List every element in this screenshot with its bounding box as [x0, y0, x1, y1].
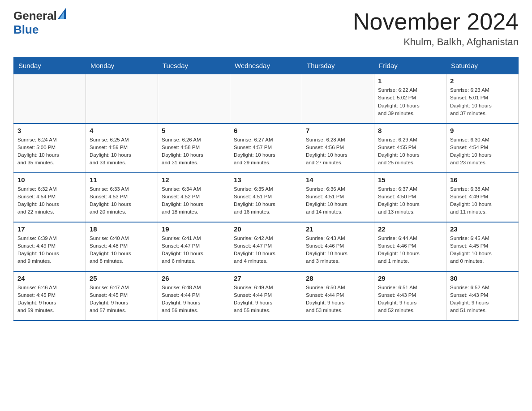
- calendar-cell: 8Sunrise: 6:29 AM Sunset: 4:55 PM Daylig…: [374, 124, 446, 173]
- calendar-cell: 5Sunrise: 6:26 AM Sunset: 4:58 PM Daylig…: [158, 124, 230, 173]
- day-info: Sunrise: 6:38 AM Sunset: 4:49 PM Dayligh…: [450, 185, 515, 216]
- logo: General Blue: [13, 9, 68, 37]
- day-number: 28: [306, 274, 370, 282]
- calendar-cell: 25Sunrise: 6:47 AM Sunset: 4:45 PM Dayli…: [86, 271, 158, 321]
- calendar-cell: [230, 74, 302, 124]
- day-info: Sunrise: 6:45 AM Sunset: 4:45 PM Dayligh…: [450, 235, 515, 265]
- calendar-cell: 4Sunrise: 6:25 AM Sunset: 4:59 PM Daylig…: [86, 124, 158, 173]
- day-number: 3: [17, 127, 82, 134]
- calendar-cell: 19Sunrise: 6:41 AM Sunset: 4:47 PM Dayli…: [158, 222, 230, 271]
- day-info: Sunrise: 6:52 AM Sunset: 4:43 PM Dayligh…: [450, 284, 515, 315]
- day-number: 18: [90, 225, 154, 233]
- day-info: Sunrise: 6:23 AM Sunset: 5:01 PM Dayligh…: [450, 86, 515, 117]
- day-of-week-header: Saturday: [446, 57, 519, 74]
- day-number: 14: [306, 176, 370, 184]
- logo-general-text: General: [13, 9, 57, 22]
- day-number: 20: [234, 225, 298, 233]
- day-info: Sunrise: 6:47 AM Sunset: 4:45 PM Dayligh…: [90, 284, 154, 315]
- day-info: Sunrise: 6:30 AM Sunset: 4:54 PM Dayligh…: [450, 136, 515, 167]
- day-number: 6: [234, 127, 298, 134]
- day-number: 16: [450, 176, 515, 184]
- day-number: 23: [450, 225, 515, 233]
- day-of-week-header: Sunday: [14, 57, 86, 74]
- day-info: Sunrise: 6:36 AM Sunset: 4:51 PM Dayligh…: [306, 185, 370, 216]
- day-number: 1: [378, 77, 442, 85]
- calendar-cell: 11Sunrise: 6:33 AM Sunset: 4:53 PM Dayli…: [86, 173, 158, 222]
- calendar-cell: 12Sunrise: 6:34 AM Sunset: 4:52 PM Dayli…: [158, 173, 230, 222]
- logo-blue-text: Blue: [13, 23, 39, 36]
- day-of-week-header: Tuesday: [158, 57, 230, 74]
- calendar-cell: 3Sunrise: 6:24 AM Sunset: 5:00 PM Daylig…: [14, 124, 86, 173]
- day-info: Sunrise: 6:35 AM Sunset: 4:51 PM Dayligh…: [234, 185, 298, 216]
- day-info: Sunrise: 6:51 AM Sunset: 4:43 PM Dayligh…: [378, 284, 442, 315]
- calendar-cell: 7Sunrise: 6:28 AM Sunset: 4:56 PM Daylig…: [302, 124, 374, 173]
- day-number: 7: [306, 127, 370, 134]
- day-info: Sunrise: 6:24 AM Sunset: 5:00 PM Dayligh…: [17, 136, 82, 167]
- day-number: 9: [450, 127, 515, 134]
- day-number: 26: [162, 274, 226, 282]
- day-number: 12: [162, 176, 226, 184]
- day-info: Sunrise: 6:40 AM Sunset: 4:48 PM Dayligh…: [90, 235, 154, 265]
- calendar-cell: 22Sunrise: 6:44 AM Sunset: 4:46 PM Dayli…: [374, 222, 446, 271]
- calendar-cell: 6Sunrise: 6:27 AM Sunset: 4:57 PM Daylig…: [230, 124, 302, 173]
- day-info: Sunrise: 6:37 AM Sunset: 4:50 PM Dayligh…: [378, 185, 442, 216]
- calendar-week-row: 24Sunrise: 6:46 AM Sunset: 4:45 PM Dayli…: [14, 271, 519, 321]
- calendar-week-row: 10Sunrise: 6:32 AM Sunset: 4:54 PM Dayli…: [14, 173, 519, 222]
- day-info: Sunrise: 6:46 AM Sunset: 4:45 PM Dayligh…: [17, 284, 82, 315]
- calendar-cell: 13Sunrise: 6:35 AM Sunset: 4:51 PM Dayli…: [230, 173, 302, 222]
- day-number: 25: [90, 274, 154, 282]
- calendar-cell: 10Sunrise: 6:32 AM Sunset: 4:54 PM Dayli…: [14, 173, 86, 222]
- day-number: 24: [17, 274, 82, 282]
- day-info: Sunrise: 6:22 AM Sunset: 5:02 PM Dayligh…: [378, 86, 442, 117]
- calendar-cell: 17Sunrise: 6:39 AM Sunset: 4:49 PM Dayli…: [14, 222, 86, 271]
- calendar-week-row: 3Sunrise: 6:24 AM Sunset: 5:00 PM Daylig…: [14, 124, 519, 173]
- day-number: 2: [450, 77, 515, 85]
- day-info: Sunrise: 6:49 AM Sunset: 4:44 PM Dayligh…: [234, 284, 298, 315]
- calendar-cell: 20Sunrise: 6:42 AM Sunset: 4:47 PM Dayli…: [230, 222, 302, 271]
- calendar-cell: 16Sunrise: 6:38 AM Sunset: 4:49 PM Dayli…: [446, 173, 519, 222]
- calendar-cell: [158, 74, 230, 124]
- day-number: 29: [378, 274, 442, 282]
- calendar-cell: 23Sunrise: 6:45 AM Sunset: 4:45 PM Dayli…: [446, 222, 519, 271]
- calendar-cell: 1Sunrise: 6:22 AM Sunset: 5:02 PM Daylig…: [374, 74, 446, 124]
- day-info: Sunrise: 6:29 AM Sunset: 4:55 PM Dayligh…: [378, 136, 442, 167]
- day-number: 30: [450, 274, 515, 282]
- calendar-cell: 30Sunrise: 6:52 AM Sunset: 4:43 PM Dayli…: [446, 271, 519, 321]
- day-number: 4: [90, 127, 154, 134]
- calendar-cell: 24Sunrise: 6:46 AM Sunset: 4:45 PM Dayli…: [14, 271, 86, 321]
- day-info: Sunrise: 6:32 AM Sunset: 4:54 PM Dayligh…: [17, 185, 82, 216]
- day-info: Sunrise: 6:25 AM Sunset: 4:59 PM Dayligh…: [90, 136, 154, 167]
- day-info: Sunrise: 6:48 AM Sunset: 4:44 PM Dayligh…: [162, 284, 226, 315]
- calendar-cell: 18Sunrise: 6:40 AM Sunset: 4:48 PM Dayli…: [86, 222, 158, 271]
- day-number: 15: [378, 176, 442, 184]
- day-number: 13: [234, 176, 298, 184]
- title-section: November 2024 Khulm, Balkh, Afghanistan: [353, 9, 519, 48]
- calendar-cell: [86, 74, 158, 124]
- day-info: Sunrise: 6:33 AM Sunset: 4:53 PM Dayligh…: [90, 185, 154, 216]
- day-info: Sunrise: 6:44 AM Sunset: 4:46 PM Dayligh…: [378, 235, 442, 265]
- day-info: Sunrise: 6:42 AM Sunset: 4:47 PM Dayligh…: [234, 235, 298, 265]
- day-number: 8: [378, 127, 442, 134]
- calendar-cell: 29Sunrise: 6:51 AM Sunset: 4:43 PM Dayli…: [374, 271, 446, 321]
- calendar-cell: 26Sunrise: 6:48 AM Sunset: 4:44 PM Dayli…: [158, 271, 230, 321]
- day-number: 21: [306, 225, 370, 233]
- day-of-week-header: Monday: [86, 57, 158, 74]
- day-number: 11: [90, 176, 154, 184]
- calendar-cell: 15Sunrise: 6:37 AM Sunset: 4:50 PM Dayli…: [374, 173, 446, 222]
- day-info: Sunrise: 6:41 AM Sunset: 4:47 PM Dayligh…: [162, 235, 226, 265]
- day-of-week-header: Wednesday: [230, 57, 302, 74]
- day-number: 22: [378, 225, 442, 233]
- calendar-cell: [302, 74, 374, 124]
- calendar-cell: 14Sunrise: 6:36 AM Sunset: 4:51 PM Dayli…: [302, 173, 374, 222]
- page-header: General Blue November 2024 Khulm, Balkh,…: [13, 9, 519, 48]
- calendar-week-row: 17Sunrise: 6:39 AM Sunset: 4:49 PM Dayli…: [14, 222, 519, 271]
- calendar-cell: 28Sunrise: 6:50 AM Sunset: 4:44 PM Dayli…: [302, 271, 374, 321]
- day-of-week-header: Thursday: [302, 57, 374, 74]
- day-number: 10: [17, 176, 82, 184]
- day-number: 19: [162, 225, 226, 233]
- day-info: Sunrise: 6:26 AM Sunset: 4:58 PM Dayligh…: [162, 136, 226, 167]
- month-title: November 2024: [353, 9, 519, 34]
- day-info: Sunrise: 6:28 AM Sunset: 4:56 PM Dayligh…: [306, 136, 370, 167]
- calendar-cell: 9Sunrise: 6:30 AM Sunset: 4:54 PM Daylig…: [446, 124, 519, 173]
- day-number: 5: [162, 127, 226, 134]
